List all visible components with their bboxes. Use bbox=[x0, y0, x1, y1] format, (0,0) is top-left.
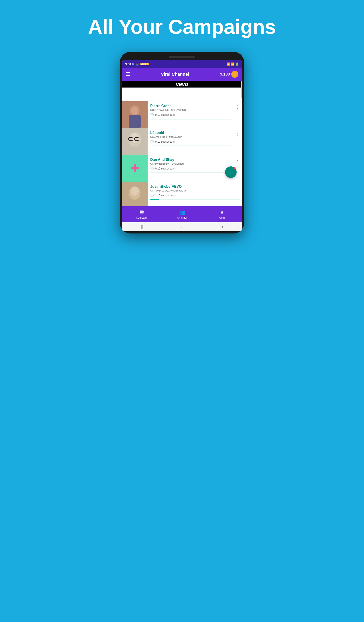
nav-item-channel[interactable]: 👥 Channel bbox=[162, 210, 202, 219]
campaign-nav-label: Campaign bbox=[136, 216, 148, 219]
campaign-channel-id: UCGfys_ojj4e-oN0adNX6siw bbox=[150, 136, 231, 138]
fab-add-button[interactable]: + bbox=[225, 166, 237, 178]
progress-bar-container bbox=[150, 199, 240, 200]
campaign-name: Léopold bbox=[150, 131, 231, 135]
campaign-subs: 0/10 subscribe(s) bbox=[155, 113, 176, 117]
progress-bar-container bbox=[150, 119, 231, 119]
signal-icon: 📶 bbox=[231, 62, 234, 66]
progress-bar-container bbox=[150, 172, 231, 173]
justin-photo bbox=[122, 182, 147, 206]
twitch-icon: 📺 bbox=[136, 63, 139, 66]
svg-point-3 bbox=[131, 107, 138, 115]
svg-point-14 bbox=[131, 187, 139, 196]
campaign-progress-row: 🕐 0/10 subscribe(s) bbox=[150, 167, 231, 170]
campaign-item[interactable]: Pierre Croce UCC_r3spMB5i5QKgtdNVO0OQ 🕐 … bbox=[122, 101, 242, 128]
status-time: 9:00 bbox=[125, 62, 131, 66]
campaign-item[interactable]: vevo Vevo UC2pmfLm7iq6Ov1UwYrWYkZA 🕐 0/1… bbox=[122, 81, 242, 101]
bottom-nav: 🏛 Campaign 👥 Channel $ Coin bbox=[122, 206, 242, 222]
phone-screen: 9:00 ✉ 📺 VEVEO 📶 📶 🔋 ☰ Viral Channel 9.1… bbox=[122, 60, 242, 231]
campaign-thumb-vevo: vevo bbox=[122, 81, 242, 88]
plus-icon: ✚ bbox=[131, 163, 139, 174]
android-nav-bar: ||| ◻ ‹ bbox=[122, 222, 242, 231]
wifi-icon: 📶 bbox=[226, 62, 230, 66]
campaign-thumb-justin bbox=[122, 182, 147, 206]
vevo-badge: VEVEO bbox=[140, 63, 149, 65]
coin-nav-icon: $ bbox=[221, 210, 223, 215]
progress-bar-fill bbox=[150, 199, 159, 200]
campaign-name: JustinBieberVEVO bbox=[150, 185, 240, 189]
android-back-button[interactable]: ‹ bbox=[222, 225, 223, 229]
campaign-thumb-pierre bbox=[122, 101, 147, 128]
svg-rect-2 bbox=[129, 115, 141, 128]
campaign-progress-row: 🕐 1/10 subscribe(s) bbox=[150, 194, 240, 197]
campaign-progress-row: 🕐 0/10 subscribe(s) bbox=[150, 113, 231, 117]
menu-icon[interactable]: ☰ bbox=[126, 71, 130, 77]
campaign-more-button[interactable]: ⋮ bbox=[233, 128, 242, 155]
campaign-subs: 0/10 subscribe(s) bbox=[155, 140, 176, 143]
campaign-thumb-leopold bbox=[122, 128, 147, 155]
campaign-channel-id: UCC_r3spMB5i5QKgtdNVO0OQ bbox=[150, 109, 231, 111]
fab-notification-dot bbox=[234, 167, 236, 169]
nav-item-coin[interactable]: $ Coin bbox=[202, 210, 242, 219]
coin-icon bbox=[231, 71, 238, 78]
scrollbar-track bbox=[241, 81, 242, 206]
campaign-name: Dan And Shay bbox=[150, 158, 231, 162]
campaign-channel-id: UCx8v-goujcpBVF7QKALgp3g bbox=[150, 162, 231, 165]
clock-icon: 🕐 bbox=[150, 167, 154, 170]
pierre-photo bbox=[122, 101, 147, 128]
phone-mockup: 9:00 ✉ 📺 VEVEO 📶 📶 🔋 ☰ Viral Channel 9.1… bbox=[0, 52, 364, 233]
phone-notch bbox=[169, 56, 195, 58]
clock-icon: 🕐 bbox=[150, 194, 154, 197]
nav-item-campaign[interactable]: 🏛 Campaign bbox=[122, 210, 162, 219]
campaign-info-pierre: Pierre Croce UCC_r3spMB5i5QKgtdNVO0OQ 🕐 … bbox=[147, 101, 233, 128]
danshay-icon: ✚ bbox=[122, 155, 147, 182]
scrollbar-thumb bbox=[241, 81, 242, 98]
campaign-subs: 0/10 subscribe(s) bbox=[155, 167, 176, 170]
campaign-item[interactable]: Léopold UCGfys_ojj4e-oN0adNX6siw 🕐 0/10 … bbox=[122, 128, 242, 155]
campaign-name: Pierre Croce bbox=[150, 104, 231, 108]
phone-frame: 9:00 ✉ 📺 VEVEO 📶 📶 🔋 ☰ Viral Channel 9.1… bbox=[120, 52, 244, 233]
vevo-logo-text: vevo bbox=[176, 81, 188, 88]
clock-icon: 🕐 bbox=[150, 140, 154, 143]
progress-bar-container bbox=[150, 146, 231, 146]
channel-nav-label: Channel bbox=[177, 216, 187, 219]
campaign-channel-id: UCHkj014U2CQ2Nv0UZeYpE_A bbox=[150, 189, 240, 192]
campaign-info-leopold: Léopold UCGfys_ojj4e-oN0adNX6siw 🕐 0/10 … bbox=[147, 128, 233, 155]
app-bar-title: Viral Channel bbox=[161, 72, 189, 77]
battery-icon: 🔋 bbox=[235, 62, 239, 66]
clock-icon: 🕐 bbox=[150, 113, 154, 117]
status-bar-left: 9:00 ✉ 📺 VEVEO bbox=[125, 62, 149, 66]
campaign-progress-row: 🕐 0/10 subscribe(s) bbox=[150, 140, 231, 143]
coin-display: 9.109 bbox=[220, 71, 238, 78]
campaign-item[interactable]: ✚ Dan And Shay UCx8v-goujcpBVF7QKALgp3g … bbox=[122, 155, 242, 182]
campaign-nav-icon: 🏛 bbox=[140, 210, 145, 215]
page-title: All Your Campaigns bbox=[0, 0, 364, 52]
campaign-item[interactable]: JustinBieberVEVO UCHkj014U2CQ2Nv0UZeYpE_… bbox=[122, 182, 242, 206]
status-bar: 9:00 ✉ 📺 VEVEO 📶 📶 🔋 bbox=[122, 60, 242, 68]
coin-amount: 9.109 bbox=[220, 72, 230, 77]
fab-plus-icon: + bbox=[229, 169, 233, 176]
app-bar: ☰ Viral Channel 9.109 bbox=[122, 68, 242, 81]
campaign-list: vevo Vevo UC2pmfLm7iq6Ov1UwYrWYkZA 🕐 0/1… bbox=[122, 81, 242, 206]
channel-nav-icon: 👥 bbox=[179, 210, 185, 215]
coin-nav-label: Coin bbox=[219, 216, 225, 219]
mail-icon: ✉ bbox=[132, 63, 134, 66]
campaign-info-justin: JustinBieberVEVO UCHkj014U2CQ2Nv0UZeYpE_… bbox=[147, 182, 242, 206]
leopold-photo bbox=[122, 128, 147, 155]
android-recent-button[interactable]: ||| bbox=[141, 225, 144, 229]
campaign-subs: 1/10 subscribe(s) bbox=[155, 194, 176, 197]
campaign-info-danshay: Dan And Shay UCx8v-goujcpBVF7QKALgp3g 🕐 … bbox=[147, 155, 233, 182]
status-bar-right: 📶 📶 🔋 bbox=[226, 62, 239, 66]
campaign-thumb-danshay: ✚ bbox=[122, 155, 147, 182]
campaign-more-button[interactable]: ⋮ bbox=[233, 101, 242, 128]
android-home-button[interactable]: ◻ bbox=[181, 225, 184, 229]
